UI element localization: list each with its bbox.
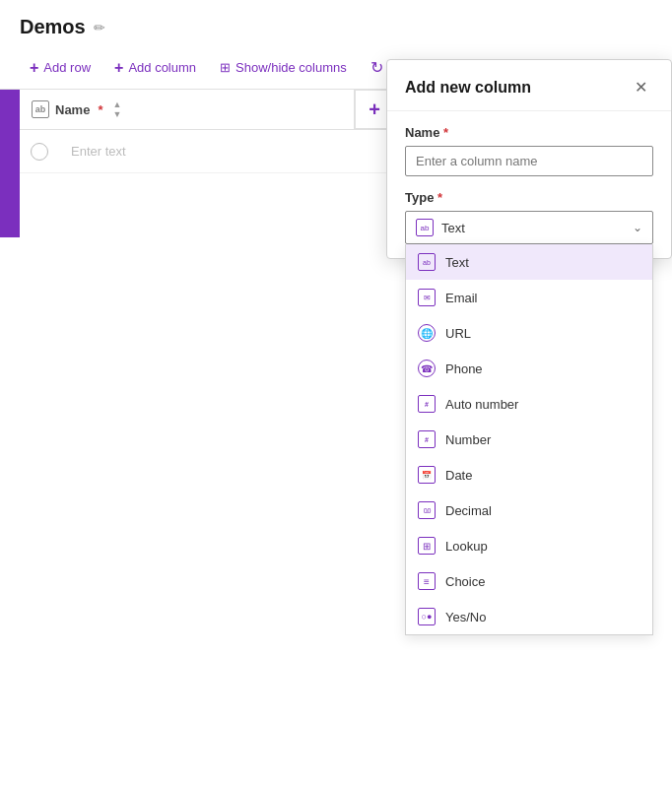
type-select-display[interactable]: ab Text ⌄ <box>405 211 653 244</box>
name-column-icon: ab <box>32 100 49 118</box>
panel-body: Name * Type * ab Text ⌄ ab Text <box>387 111 671 258</box>
yesno-type-icon: ○● <box>418 608 436 625</box>
close-panel-button[interactable]: ✕ <box>629 76 653 98</box>
choice-type-label: Choice <box>445 574 485 589</box>
dropdown-item-date[interactable]: 📅 Date <box>406 457 652 492</box>
email-type-icon: ✉ <box>418 289 436 306</box>
dropdown-item-url[interactable]: 🌐 URL <box>406 315 652 351</box>
autonumber-type-icon: # <box>418 395 436 413</box>
dropdown-item-lookup[interactable]: ⊞ Lookup <box>406 528 652 563</box>
refresh-icon: ↻ <box>370 58 383 77</box>
panel-title: Add new column <box>405 79 531 97</box>
url-type-icon: 🌐 <box>418 324 436 342</box>
yesno-type-label: Yes/No <box>445 610 486 624</box>
add-row-label: Add row <box>43 60 91 75</box>
type-dropdown-list: ab Text ✉ Email 🌐 URL ☎ Phone <box>405 244 653 635</box>
enter-text-placeholder: Enter text <box>71 144 126 159</box>
chevron-down-icon: ⌄ <box>633 221 642 234</box>
selected-type-label: Text <box>441 221 465 235</box>
lookup-type-icon: ⊞ <box>418 537 436 555</box>
edit-icon[interactable]: ✏ <box>94 20 105 35</box>
sort-icons: ▲ ▼ <box>112 99 121 119</box>
choice-type-icon: ≡ <box>418 572 436 590</box>
dropdown-item-email[interactable]: ✉ Email <box>406 280 652 315</box>
show-hide-label: Show/hide columns <box>235 60 347 75</box>
dropdown-item-autonumber[interactable]: # Auto number <box>406 386 652 422</box>
number-type-label: Number <box>445 432 491 447</box>
dropdown-item-choice[interactable]: ≡ Choice <box>406 563 652 599</box>
text-type-icon: ab <box>418 253 436 271</box>
date-type-icon: 📅 <box>418 466 436 484</box>
plus-icon: + <box>30 59 38 77</box>
row-checkbox[interactable] <box>20 143 59 161</box>
name-required-star: * <box>439 125 448 140</box>
sort-desc-icon[interactable]: ▼ <box>112 109 121 119</box>
page-title: Demos <box>20 16 86 38</box>
name-column-label: Name <box>55 102 90 117</box>
dropdown-item-decimal[interactable]: 0.0 Decimal <box>406 492 652 528</box>
row-indicator <box>0 90 20 237</box>
circle-check-icon <box>31 143 48 161</box>
page-header: Demos ✏ <box>0 0 672 46</box>
date-type-label: Date <box>445 468 472 483</box>
add-row-button[interactable]: + Add row <box>20 53 101 83</box>
dropdown-item-text[interactable]: ab Text <box>406 244 652 280</box>
add-column-label: Add column <box>128 60 196 75</box>
name-column-header: ab Name * ▲ ▼ <box>20 90 355 129</box>
type-select-wrapper: ab Text ⌄ ab Text ✉ Email <box>405 211 653 244</box>
name-field-label: Name * <box>405 125 653 140</box>
autonumber-type-label: Auto number <box>445 397 518 412</box>
type-required-star: * <box>434 190 442 205</box>
selected-type-icon: ab <box>416 219 434 236</box>
phone-type-icon: ☎ <box>418 360 436 377</box>
email-type-label: Email <box>445 291 478 305</box>
text-type-label: Text <box>445 255 469 270</box>
plus-icon-2: + <box>114 59 123 77</box>
dropdown-item-number[interactable]: # Number <box>406 422 652 457</box>
required-star: * <box>98 102 102 117</box>
dropdown-item-yesno[interactable]: ○● Yes/No <box>406 599 652 634</box>
number-type-icon: # <box>418 430 436 448</box>
type-field-label: Type * <box>405 190 653 205</box>
lookup-type-label: Lookup <box>445 539 488 554</box>
dropdown-item-phone[interactable]: ☎ Phone <box>406 351 652 386</box>
select-display-inner: ab Text <box>416 219 465 236</box>
panel-header: Add new column ✕ <box>387 60 671 111</box>
column-name-input[interactable] <box>405 146 653 176</box>
show-hide-button[interactable]: ⊞ Show/hide columns <box>210 54 357 81</box>
add-column-button[interactable]: + Add column <box>104 53 206 83</box>
close-icon: ✕ <box>635 79 647 96</box>
add-column-panel: Add new column ✕ Name * Type * ab Text ⌄ <box>386 59 672 259</box>
sort-asc-icon[interactable]: ▲ <box>112 99 121 109</box>
show-hide-icon: ⊞ <box>220 60 231 75</box>
decimal-type-label: Decimal <box>445 503 492 518</box>
decimal-type-icon: 0.0 <box>418 501 436 519</box>
add-col-plus-icon: + <box>369 98 380 121</box>
phone-type-label: Phone <box>445 361 483 376</box>
url-type-label: URL <box>445 326 471 341</box>
